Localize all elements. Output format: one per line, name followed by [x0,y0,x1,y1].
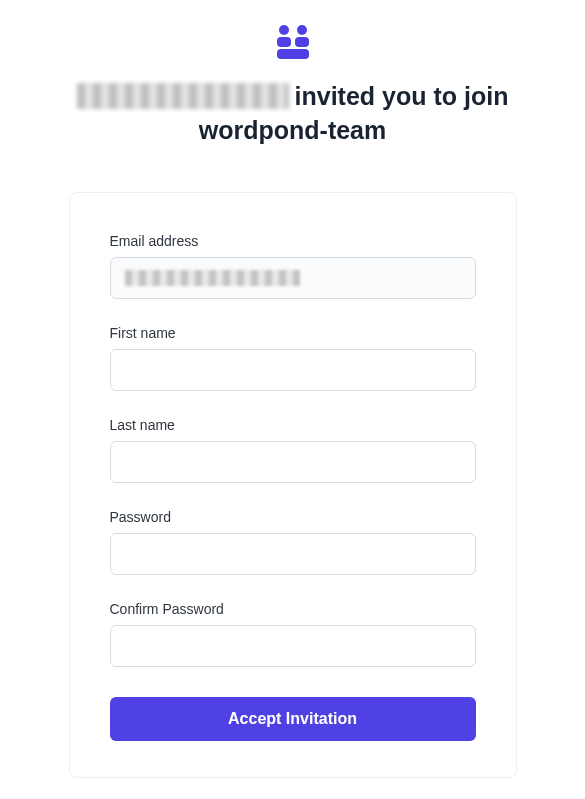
confirm-password-label: Confirm Password [110,601,476,617]
svg-rect-2 [277,37,291,47]
email-group: Email address [110,233,476,299]
svg-rect-3 [295,37,309,47]
confirm-password-field[interactable] [110,625,476,667]
last-name-group: Last name [110,417,476,483]
heading-team-name: wordpond-team [199,116,387,144]
email-label: Email address [110,233,476,249]
last-name-label: Last name [110,417,476,433]
password-field[interactable] [110,533,476,575]
team-logo-icon [274,24,312,60]
invitation-heading: invited you to join wordpond-team [0,80,585,148]
logo-container [0,24,585,60]
svg-point-0 [279,25,289,35]
last-name-field[interactable] [110,441,476,483]
password-label: Password [110,509,476,525]
first-name-field[interactable] [110,349,476,391]
invitation-form-card: Email address First name Last name Passw… [69,192,517,778]
confirm-password-group: Confirm Password [110,601,476,667]
accept-invitation-button[interactable]: Accept Invitation [110,697,476,741]
email-value-redacted [125,270,300,286]
first-name-group: First name [110,325,476,391]
heading-middle: invited you to join [295,82,509,110]
inviter-name-redacted [77,83,289,109]
password-group: Password [110,509,476,575]
email-field[interactable] [110,257,476,299]
svg-rect-4 [277,49,309,59]
first-name-label: First name [110,325,476,341]
svg-point-1 [297,25,307,35]
